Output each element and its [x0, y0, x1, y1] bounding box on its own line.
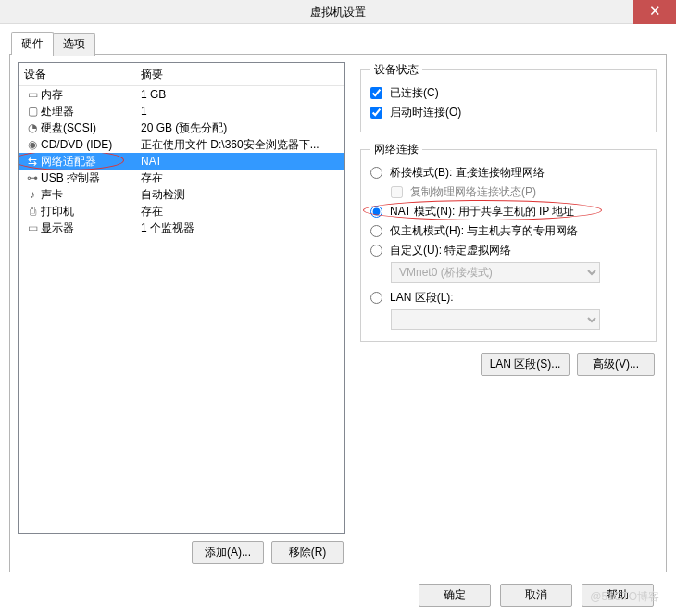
- device-label: 显示器: [41, 220, 141, 236]
- cpu-icon: ▢: [24, 105, 41, 118]
- device-label: 内存: [41, 87, 141, 103]
- row-memory[interactable]: ▭ 内存 1 GB: [19, 86, 344, 103]
- col-summary: 摘要: [141, 67, 339, 82]
- printer-icon: ⎙: [24, 205, 41, 218]
- chk-connected-label: 已连接(C): [390, 85, 439, 101]
- lan-select: [391, 309, 600, 330]
- disk-icon: ◔: [24, 121, 41, 134]
- radio-lan-input[interactable]: [370, 292, 382, 304]
- row-sound[interactable]: ♪ 声卡 自动检测: [19, 186, 344, 203]
- device-summary: 存在: [141, 204, 339, 220]
- radio-bridged[interactable]: 桥接模式(B): 直接连接物理网络: [370, 163, 646, 182]
- radio-hostonly-input[interactable]: [370, 225, 382, 237]
- remove-button[interactable]: 移除(R): [271, 541, 344, 564]
- tab-hardware[interactable]: 硬件: [11, 32, 54, 55]
- row-hdd[interactable]: ◔ 硬盘(SCSI) 20 GB (预先分配): [19, 119, 344, 136]
- radio-lan-label: LAN 区段(L):: [390, 290, 454, 306]
- device-status-group: 设备状态 已连接(C) 启动时连接(O): [360, 62, 657, 132]
- tab-bar: 硬件 选项: [11, 32, 667, 55]
- add-button[interactable]: 添加(A)...: [192, 541, 264, 564]
- device-summary: 1 个监视器: [141, 220, 339, 236]
- device-summary: 正在使用文件 D:\360安全浏览器下...: [141, 137, 339, 153]
- device-label: USB 控制器: [41, 170, 141, 186]
- device-label: 网络适配器: [41, 154, 141, 170]
- lan-segments-button[interactable]: LAN 区段(S)...: [481, 353, 570, 376]
- radio-custom[interactable]: 自定义(U): 特定虚拟网络: [370, 241, 646, 260]
- row-network[interactable]: ⇆ 网络适配器 NAT: [19, 153, 344, 170]
- cd-icon: ◉: [24, 138, 41, 151]
- radio-bridged-label: 桥接模式(B): 直接连接物理网络: [390, 165, 545, 181]
- display-icon: ▭: [24, 221, 41, 234]
- radio-hostonly-label: 仅主机模式(H): 与主机共享的专用网络: [390, 223, 578, 239]
- close-button[interactable]: ✕: [633, 0, 676, 24]
- help-button[interactable]: 帮助: [582, 584, 654, 607]
- usb-icon: ⊶: [24, 171, 41, 184]
- advanced-button[interactable]: 高级(V)...: [577, 353, 655, 376]
- radio-nat-label: NAT 模式(N): 用于共享主机的 IP 地址: [390, 204, 574, 220]
- radio-custom-input[interactable]: [370, 245, 382, 257]
- radio-custom-label: 自定义(U): 特定虚拟网络: [390, 243, 511, 258]
- chk-connect-on-label: 启动时连接(O): [390, 105, 461, 120]
- network-icon: ⇆: [24, 155, 41, 168]
- device-label: 处理器: [41, 104, 141, 119]
- device-label: 硬盘(SCSI): [41, 120, 141, 136]
- device-summary: 存在: [141, 170, 339, 186]
- device-label: 声卡: [41, 187, 141, 203]
- device-summary: 20 GB (预先分配): [141, 120, 339, 136]
- window-title: 虚拟机设置: [310, 6, 366, 19]
- network-connection-group: 网络连接 桥接模式(B): 直接连接物理网络 复制物理网络连接状态(P) NAT…: [360, 142, 657, 342]
- row-cpu[interactable]: ▢ 处理器 1: [19, 103, 344, 119]
- list-header: 设备 摘要: [19, 63, 344, 86]
- chk-replicate: 复制物理网络连接状态(P): [391, 182, 646, 202]
- chk-connected[interactable]: 已连接(C): [370, 83, 646, 103]
- net-legend: 网络连接: [370, 142, 422, 157]
- status-legend: 设备状态: [370, 62, 422, 78]
- device-label: 打印机: [41, 204, 141, 220]
- chk-replicate-label: 复制物理网络连接状态(P): [410, 184, 536, 200]
- tab-options[interactable]: 选项: [53, 33, 95, 56]
- col-device: 设备: [24, 67, 141, 82]
- device-summary: 1 GB: [141, 88, 339, 101]
- row-usb[interactable]: ⊶ USB 控制器 存在: [19, 170, 344, 186]
- row-printer[interactable]: ⎙ 打印机 存在: [19, 203, 344, 220]
- radio-bridged-input[interactable]: [370, 167, 382, 179]
- device-summary: NAT: [141, 155, 339, 168]
- device-summary: 自动检测: [141, 187, 339, 203]
- device-summary: 1: [141, 105, 339, 118]
- chk-replicate-input: [391, 186, 403, 198]
- dialog-footer: 确定 取消 帮助: [0, 584, 676, 607]
- radio-lan[interactable]: LAN 区段(L):: [370, 288, 646, 308]
- title-bar: 虚拟机设置 ✕: [0, 0, 676, 24]
- memory-icon: ▭: [24, 88, 41, 101]
- cancel-button[interactable]: 取消: [500, 584, 572, 607]
- device-list: 设备 摘要 ▭ 内存 1 GB ▢ 处理器 1 ◔ 硬盘(SCSI) 20 GB…: [18, 62, 345, 534]
- radio-hostonly[interactable]: 仅主机模式(H): 与主机共享的专用网络: [370, 221, 646, 241]
- ok-button[interactable]: 确定: [419, 584, 491, 607]
- radio-nat[interactable]: NAT 模式(N): 用于共享主机的 IP 地址: [370, 202, 646, 221]
- row-display[interactable]: ▭ 显示器 1 个监视器: [19, 220, 344, 236]
- vnet-select: VMnet0 (桥接模式): [391, 262, 600, 283]
- row-cddvd[interactable]: ◉ CD/DVD (IDE) 正在使用文件 D:\360安全浏览器下...: [19, 136, 344, 153]
- radio-nat-input[interactable]: [370, 206, 382, 218]
- chk-connect-on-start[interactable]: 启动时连接(O): [370, 103, 646, 122]
- chk-connect-on-input[interactable]: [370, 107, 382, 119]
- device-label: CD/DVD (IDE): [41, 138, 141, 151]
- sound-icon: ♪: [24, 188, 41, 201]
- chk-connected-input[interactable]: [370, 87, 382, 99]
